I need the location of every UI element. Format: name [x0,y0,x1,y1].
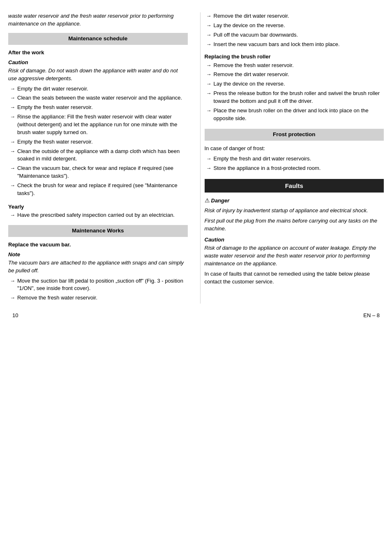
item-text: Clean the outside of the appliance with … [17,148,188,163]
arrow-icon: → [206,90,212,105]
arrow-icon: → [10,277,15,293]
caution-label: Caution [8,59,188,66]
arrow-icon: → [10,211,15,219]
left-column: waste water reservoir and the fresh wate… [8,12,192,304]
replace-vacuum-bar-title: Replace the vacuum bar. [8,241,188,248]
note-label: Note [8,251,188,258]
item-text: Store the appliance in a frost-protected… [214,165,321,172]
arrow-icon: → [206,71,212,79]
list-item: → Empty the fresh water reservoir. [8,138,188,146]
arrow-icon: → [10,94,15,102]
frost-protection-header: Frost protection [205,129,384,141]
item-text: Have the prescribed safety inspection ca… [17,211,175,219]
list-item: → Move the suction bar lift pedal to pos… [8,277,188,293]
list-item: → Empty the dirt water reservoir. [8,85,188,93]
list-item: → Empty the fresh and dirt water reservo… [205,155,384,163]
arrow-icon: → [10,104,15,111]
caution-label-2: Caution [205,236,384,244]
maintenance-works-header: Maintenance Works [8,225,188,237]
warning-triangle-icon: ⚠ [205,197,210,204]
after-work-title: After the work [8,49,188,56]
item-text: Remove the fresh water reservoir. [214,62,294,70]
arrow-icon: → [10,148,15,163]
item-text: Clean the vacuum bar, check for wear and… [17,165,188,180]
list-item: → Empty the fresh water reservoir. [8,104,188,111]
item-text: Empty the fresh water reservoir. [17,138,93,146]
arrow-icon: → [10,85,15,93]
arrow-icon: → [206,22,212,30]
danger-label: Danger [211,197,230,204]
item-text: Empty the fresh and dirt water reservoir… [214,155,311,163]
faults-header: Faults [205,179,384,193]
item-text: Pull off the vacuum bar downwards. [214,31,298,39]
item-text: Lay the device on the reverse. [214,22,285,30]
list-item: → Pull off the vacuum bar downwards. [205,31,384,39]
arrow-icon: → [10,182,15,197]
item-text: Insert the new vacuum bars and lock them… [214,41,340,49]
list-item: → Place the new brush roller on the driv… [205,107,384,123]
page-content: waste water reservoir and the fresh wate… [0,8,392,308]
list-item: → Rinse the appliance: Fill the fresh wa… [8,113,188,137]
page-footer: 10 EN – 8 [0,308,392,319]
list-item: → Have the prescribed safety inspection … [8,211,188,219]
note-text: The vacuum bars are attached to the appl… [8,259,188,275]
list-item: → Lay the device on the reverse. [205,22,384,30]
item-text: Empty the dirt water reservoir. [17,85,88,93]
arrow-icon: → [206,62,212,70]
list-item: → Lay the device on the reverse. [205,80,384,88]
arrow-icon: → [10,294,15,302]
danger-text-1: Risk of injury by inadvertent startup of… [205,207,384,215]
item-text: Rinse the appliance: Fill the fresh wate… [17,113,188,137]
right-column: → Remove the dirt water reservoir. → Lay… [200,12,384,304]
caution-text-2: Risk of damage to the appliance on accou… [205,244,384,268]
item-text: Check the brush for wear and replace if … [17,182,188,197]
page-number-right: EN – 8 [363,312,380,319]
item-text: Clean the seals between the waste water … [17,94,182,102]
list-item: → Remove the dirt water reservoir. [205,12,384,20]
list-item: → Check the brush for wear and replace i… [8,182,188,197]
item-text: Remove the fresh water reservoir. [17,294,97,302]
yearly-title: Yearly [8,203,188,211]
list-item: → Clean the vacuum bar, check for wear a… [8,165,188,180]
list-item: → Store the appliance in a frost-protect… [205,165,384,172]
item-text: Lay the device on the reverse. [214,80,285,88]
item-text: Remove the dirt water reservoir. [214,12,289,20]
list-item: → Remove the fresh water reservoir. [8,294,188,302]
arrow-icon: → [10,165,15,180]
arrow-icon: → [206,107,212,123]
faults-normal-text: In case of faults that cannot be remedie… [205,270,384,286]
replacing-brush-roller-title: Replacing the brush roller [205,53,384,60]
arrow-icon: → [206,165,212,172]
arrow-icon: → [206,31,212,39]
arrow-icon: → [206,155,212,163]
list-item: → Remove the dirt water reservoir. [205,71,384,79]
maintenance-schedule-header: Maintenance schedule [8,33,188,45]
item-text: Move the suction bar lift pedal to posit… [17,277,188,293]
item-text: Press the release button for the brush r… [214,90,384,105]
frost-intro: In case of danger of frost: [205,145,384,153]
danger-label-row: ⚠Danger [205,197,384,205]
page-number-left: 10 [12,312,18,319]
item-text: Remove the dirt water reservoir. [214,71,289,79]
caution-text: Risk of damage. Do not wash down the app… [8,67,188,83]
item-text: Place the new brush roller on the driver… [214,107,384,123]
arrow-icon: → [206,80,212,88]
arrow-icon: → [10,138,15,146]
arrow-icon: → [206,41,212,49]
list-item: → Remove the fresh water reservoir. [205,62,384,70]
list-item: → Insert the new vacuum bars and lock th… [205,41,384,49]
arrow-icon: → [10,113,15,137]
item-text: Empty the fresh water reservoir. [17,104,93,111]
intro-text: waste water reservoir and the fresh wate… [8,12,188,28]
list-item: → Press the release button for the brush… [205,90,384,105]
list-item: → Clean the seals between the waste wate… [8,94,188,102]
danger-text-2: First pull out the plug from the mains b… [205,217,384,233]
arrow-icon: → [206,12,212,20]
list-item: → Clean the outside of the appliance wit… [8,148,188,163]
